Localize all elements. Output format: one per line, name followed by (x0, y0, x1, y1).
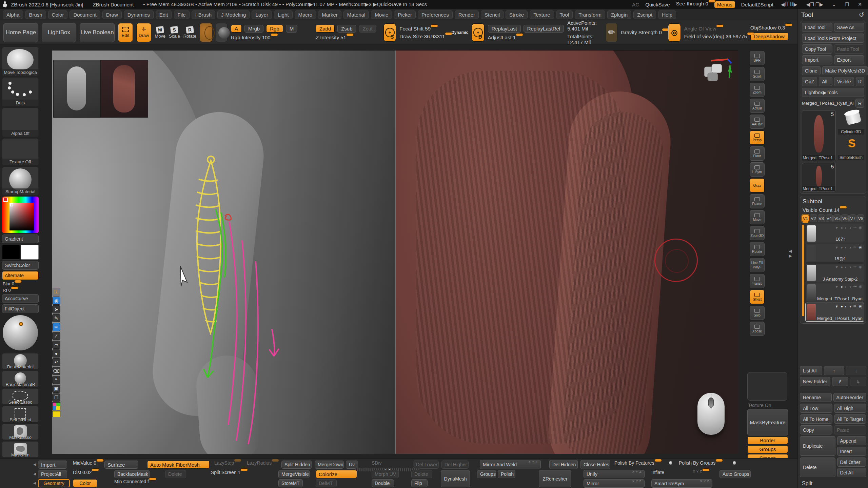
draw-toggle[interactable]: Draw (136, 23, 151, 42)
main-color-swatch[interactable] (2, 245, 20, 260)
menu-movie[interactable]: Movie (371, 11, 392, 19)
trash-icon[interactable]: ⌫ (52, 367, 60, 375)
viewport-right[interactable] (395, 50, 738, 454)
viewport-left[interactable]: ⚿ ◉ ➤ ✎ ✏ ∕ ▱ ● ↶ ⌫ ❝ ▣ ❐ (52, 50, 395, 454)
texture-selector[interactable]: Texture Off (2, 138, 39, 165)
del-higher-button[interactable]: Del Higher (441, 461, 469, 469)
menu-edit[interactable]: Edit (156, 11, 172, 19)
zsub-toggle[interactable]: Zsub (337, 25, 356, 33)
delmt-button[interactable]: DelMT (316, 479, 337, 487)
del-lower-button[interactable]: Del Lower (413, 461, 439, 469)
active-tool-r-button[interactable]: R (855, 99, 864, 108)
hue-cursor[interactable] (3, 198, 8, 202)
shelf-aahalf-button[interactable]: AAHalf (750, 115, 765, 129)
quick-item-masklasso[interactable]: MaskLasso (2, 424, 39, 440)
row2-collapse-icon[interactable]: ◀ (33, 472, 36, 476)
camera-icon[interactable]: ◎ (668, 23, 680, 42)
home-page-button[interactable]: Home Page (3, 23, 38, 42)
backfacemask-button[interactable]: BackfaceMask (114, 470, 150, 478)
polish-groups-mode-dot[interactable] (732, 461, 736, 465)
goz-r-button[interactable]: R (856, 77, 864, 86)
menu-jmodeling[interactable]: J-Modeling (217, 11, 250, 19)
move-into-folder-button[interactable]: ↱ (832, 377, 848, 386)
menu-layer[interactable]: Layer (252, 11, 272, 19)
storemt-button[interactable]: StoreMT (278, 479, 303, 487)
dist-slider[interactable]: Dist 0.02 (73, 470, 102, 475)
load-tools-from-project-button[interactable]: Load Tools From Project (802, 34, 864, 43)
color-picker[interactable] (2, 197, 39, 233)
projectall-button[interactable]: ProjectAll (38, 470, 67, 478)
double-button[interactable]: Double (372, 479, 394, 487)
draw-size-dial-icon[interactable]: +D (472, 23, 484, 42)
reset-icon[interactable]: ↺ (859, 11, 864, 19)
active-tool-thumbnail[interactable]: 5 Merged_TPose1_ (802, 110, 836, 161)
subtool-row[interactable]: ▼●◐◑✏◉ J Anatomy Step-2 (805, 263, 864, 282)
replay-last-button[interactable]: ReplayLast (488, 25, 521, 33)
default-zscript-button[interactable]: DefaultZScript (741, 2, 773, 7)
paste-tool-button[interactable]: Paste Tool (834, 44, 865, 54)
lightbox-tools-button[interactable]: Lightbox▶Tools (802, 88, 864, 97)
focal-shift-slider[interactable]: Focal Shift 59 (399, 26, 448, 32)
menu-zplugin[interactable]: Zplugin (607, 11, 631, 19)
menu-light[interactable]: Light (274, 11, 293, 19)
insert-button[interactable]: Insert (837, 447, 867, 456)
mask-by-feature-button[interactable]: MaskByFeature (747, 409, 788, 435)
live-boolean-button[interactable]: Live Boolean (80, 23, 115, 42)
fiber-import-button[interactable]: Import (38, 461, 67, 469)
unify-button[interactable]: UnifyX Y Z (584, 470, 645, 478)
surface-button[interactable]: Surface (104, 461, 138, 469)
divider-left-icon[interactable]: ◀‖‖ ‖‖▶ (780, 2, 799, 7)
all-to-target-button[interactable]: All To Target (834, 414, 867, 424)
sdiv-slider[interactable]: SDiv (372, 460, 409, 466)
mrgb-toggle[interactable]: Mrgb (244, 25, 263, 33)
uv-button[interactable]: Uv (346, 461, 358, 469)
midvalue-slider[interactable]: MidValue 0 (73, 460, 102, 466)
move-out-of-folder-button[interactable]: ↳ (850, 377, 866, 386)
goz-all-button[interactable]: All (819, 77, 832, 86)
menu-zscript[interactable]: Zscript (633, 11, 656, 19)
shelf-lsym-button[interactable]: L.Sym (750, 162, 765, 177)
menu-macro[interactable]: Macro (295, 11, 316, 19)
see-through-slider[interactable]: See-through 0 (676, 1, 708, 8)
eraser-icon[interactable]: ▱ (52, 341, 60, 349)
close-button[interactable]: ✕ (856, 2, 863, 7)
menu-picker[interactable]: Picker (394, 11, 416, 19)
obj-shadow-slider[interactable]: ObjShadow 0.3 (750, 25, 794, 30)
menu-tool[interactable]: Tool (556, 11, 573, 19)
texture-on-label[interactable]: Texture On (747, 403, 788, 408)
shelf-persp-button[interactable]: Persp (750, 130, 765, 145)
save-as-button[interactable]: Save As (834, 23, 865, 32)
scale-button[interactable]: S Scale (169, 26, 180, 39)
shelf-zoom3d-button[interactable]: Zoom3D (750, 226, 765, 240)
menu-preferences[interactable]: Preferences (418, 11, 453, 19)
autoreorder-button[interactable]: AutoReorder (833, 393, 866, 402)
shelf-xpose-button[interactable]: Xpose (750, 322, 765, 336)
auto-groups-button[interactable]: Auto Groups (719, 470, 751, 478)
edit-toggle[interactable]: Edit (118, 23, 133, 42)
all-to-home-button[interactable]: All To Home (800, 414, 832, 424)
stroke-selector[interactable]: Dots (2, 77, 39, 106)
shelf-solo-button[interactable]: Solo (750, 306, 765, 320)
reference-thumbnail-gray[interactable] (53, 60, 101, 118)
polish-features-mode-dot[interactable] (669, 461, 673, 465)
annotation-color-grid[interactable] (52, 402, 60, 410)
inflate-slider[interactable]: InflateX Y Z (651, 470, 702, 475)
shelf-scroll-button[interactable]: Scroll (750, 67, 765, 81)
texture-preview-box[interactable] (747, 372, 787, 401)
move-button[interactable]: M Move (155, 26, 165, 39)
copy-tool-button[interactable]: Copy Tool (802, 44, 832, 54)
field-of-view-slider[interactable]: Field of view(deg) 39.59775 (684, 34, 747, 39)
quick-item-selectlasso[interactable]: SelectLasso (2, 388, 39, 405)
copy-subtool-button[interactable]: Copy (800, 425, 832, 434)
rotate-button[interactable]: R Rotate (183, 26, 196, 39)
new-folder-button[interactable]: New Folder (800, 377, 830, 386)
quick-item-basicmaterialb[interactable]: BasicMaterialB (2, 371, 39, 387)
annotation-active-color[interactable] (52, 411, 60, 417)
menu-material[interactable]: Material (343, 11, 369, 19)
export-button[interactable]: Export (834, 55, 865, 64)
highlighter-icon[interactable]: ✏ (52, 323, 60, 331)
dynamesh-button[interactable]: DynaMesh (441, 470, 470, 487)
material-selector[interactable]: StartupMaterial (2, 167, 39, 195)
angle-of-view-slider[interactable]: Angle Of View (684, 26, 747, 32)
shelf-rotate-button[interactable]: Rotate (750, 242, 765, 256)
